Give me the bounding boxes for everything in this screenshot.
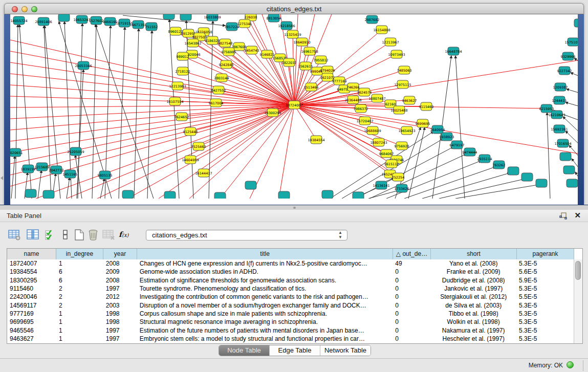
graph-node-yellow[interactable]: 19384554 <box>308 136 324 144</box>
graph-node-yellow[interactable]: 3624574 <box>357 88 372 96</box>
column-header-name[interactable]: name <box>7 249 56 259</box>
graph-node-teal[interactable]: 751552 <box>145 23 158 31</box>
table-row[interactable]: 1938455462009Genome-wide association stu… <box>7 268 574 276</box>
row-height-icon[interactable] <box>59 229 73 241</box>
graph-node-yellow[interactable]: 1275341 <box>237 19 252 28</box>
graph-node-teal[interactable] <box>353 192 364 199</box>
function-builder-icon[interactable]: f(x) <box>119 230 132 243</box>
graph-node-teal[interactable] <box>122 190 134 199</box>
graph-node-teal[interactable] <box>322 190 333 199</box>
column-header-in_degree[interactable]: in_degree <box>56 249 103 259</box>
trash-icon[interactable] <box>87 229 100 241</box>
graph-node-teal[interactable]: 1215689 <box>35 163 50 171</box>
graph-node-teal[interactable]: 17016504 <box>554 139 571 147</box>
table-row[interactable]: 946554611997Estimation of the future num… <box>7 326 574 335</box>
graph-node-teal[interactable] <box>536 179 547 187</box>
graph-node-yellow[interactable]: 16961758 <box>301 47 318 55</box>
table-scrollbar-thumb[interactable] <box>575 261 581 280</box>
graph-node-teal[interactable]: 2987682 <box>365 15 380 24</box>
graph-node-teal[interactable]: 2042737 <box>49 166 64 174</box>
graph-node-yellow[interactable]: 12213967 <box>382 38 399 46</box>
graph-node-yellow[interactable]: 7955812 <box>314 56 329 64</box>
graph-node-teal[interactable]: 1451165 <box>63 170 78 178</box>
graph-node-yellow[interactable]: 9115460 <box>419 102 434 111</box>
table-row[interactable]: 1872400712008Changes of HCN gene express… <box>7 259 574 268</box>
graph-node-teal[interactable]: 8813054 <box>267 14 281 22</box>
graph-node-yellow[interactable]: 9463627 <box>402 96 417 104</box>
graph-node-teal[interactable]: 2020651 <box>10 148 23 157</box>
graph-node-yellow[interactable]: 8427552 <box>211 86 226 94</box>
table-row[interactable]: 911546021997Tourette syndrome. Phenomeno… <box>7 285 574 293</box>
close-panel-icon[interactable]: ✕ <box>574 211 581 220</box>
graph-node-yellow[interactable]: 19654923 <box>398 126 415 135</box>
graph-node-yellow[interactable]: 18107554 <box>166 97 183 105</box>
graph-node-teal[interactable] <box>567 179 578 187</box>
graph-node-yellow[interactable]: 989012 <box>177 52 189 60</box>
graph-node-yellow[interactable]: 9756928 <box>395 142 409 150</box>
network-window-titlebar[interactable]: citations_edges.txt <box>4 3 584 14</box>
graph-node-teal[interactable]: 763262 <box>493 161 506 169</box>
graph-node-teal[interactable]: 16648784 <box>445 47 462 55</box>
graph-node-yellow[interactable]: 9777169 <box>332 77 347 85</box>
column-header-year[interactable]: year <box>103 249 137 259</box>
table-row[interactable]: 1830029562008Estimation of significance … <box>7 276 574 285</box>
float-panel-icon[interactable] <box>559 212 568 220</box>
graph-node-teal[interactable]: 16033809 <box>204 14 221 21</box>
graph-node-yellow[interactable]: 2803144 <box>214 74 229 82</box>
tab-node-table[interactable]: Node Table <box>219 345 270 356</box>
graph-node-yellow[interactable]: 9242848 <box>219 60 234 69</box>
graph-node-yellow[interactable]: 9617004 <box>209 99 224 107</box>
column-header-pagerank[interactable]: pagerank <box>517 249 574 259</box>
graph-node-yellow[interactable]: 7485063 <box>397 66 412 74</box>
graph-node-teal[interactable]: 5938923 <box>440 133 454 141</box>
graph-node-teal[interactable]: 15751074 <box>564 38 578 46</box>
table-options-icon[interactable] <box>8 229 21 241</box>
graph-node-yellow[interactable]: 7986372 <box>354 104 368 113</box>
graph-node-yellow[interactable]: 9699695 <box>416 119 430 127</box>
graph-node-yellow[interactable]: 12213983 <box>169 82 186 90</box>
network-canvas[interactable]: 1405572420891406106532471527602946616010… <box>10 14 578 199</box>
graph-node-yellow[interactable]: 12975115 <box>394 80 411 89</box>
network-table-selector[interactable]: citations_edges.txt ▲▼ <box>146 230 347 240</box>
graph-node-teal[interactable]: 14055724 <box>10 16 27 25</box>
table-row[interactable]: 1456911722003Disruption of a novel membe… <box>7 301 574 310</box>
table-row[interactable]: 977716911998Corpus callosum shape and si… <box>7 310 574 318</box>
graph-node-teal[interactable]: 6479197 <box>450 141 465 149</box>
graph-node-teal[interactable]: 19218586 <box>278 21 295 30</box>
graph-node-teal[interactable]: 15692391 <box>551 125 568 133</box>
graph-node-teal[interactable] <box>58 14 70 21</box>
graph-node-yellow[interactable]: 11325419 <box>284 30 301 38</box>
graph-node-teal[interactable] <box>214 192 226 199</box>
graph-node-teal[interactable]: 20053346 <box>75 61 92 70</box>
graph-node-yellow[interactable]: 1615112 <box>384 160 399 168</box>
graph-node-teal[interactable]: 1733426 <box>395 184 409 192</box>
graph-node-yellow[interactable]: 7624652 <box>175 113 189 121</box>
graph-node-teal[interactable] <box>563 166 575 174</box>
select-all-checks-icon[interactable] <box>44 229 57 241</box>
graph-node-teal[interactable]: 1244415 <box>552 96 567 104</box>
graph-node-teal[interactable] <box>180 14 191 20</box>
graph-node-teal[interactable] <box>25 189 36 198</box>
split-divider-grip[interactable] <box>293 207 296 209</box>
graph-node-teal[interactable]: 5805135 <box>98 171 113 179</box>
memory-ok-indicator[interactable] <box>567 361 574 368</box>
graph-node-teal[interactable] <box>164 191 176 199</box>
graph-node-teal[interactable] <box>521 173 533 181</box>
graph-node-teal[interactable]: 9227342 <box>557 67 572 75</box>
graph-node-teal[interactable] <box>574 19 578 27</box>
graph-node-teal[interactable]: 10653247 <box>73 15 90 24</box>
table-scrollbar[interactable] <box>574 259 582 343</box>
graph-node-yellow[interactable]: 9827548 <box>218 39 233 47</box>
graph-node-yellow[interactable]: 10688609 <box>364 126 381 135</box>
graph-node-teal[interactable] <box>163 14 175 19</box>
column-header-short[interactable]: short <box>431 249 517 259</box>
graph-node-teal[interactable]: 9466160 <box>103 17 118 26</box>
graph-node-teal[interactable] <box>560 152 571 161</box>
graph-node-teal[interactable] <box>245 181 256 189</box>
graph-node-teal[interactable]: 20891406 <box>35 17 52 26</box>
left-splitter-arrow-icon[interactable] <box>1 176 3 180</box>
graph-node-teal[interactable]: 1527602 <box>89 16 104 25</box>
graph-node-yellow[interactable]: 9125448 <box>183 127 198 136</box>
new-file-icon[interactable] <box>73 229 86 241</box>
graph-node-yellow[interactable]: 9756985 <box>222 48 236 56</box>
